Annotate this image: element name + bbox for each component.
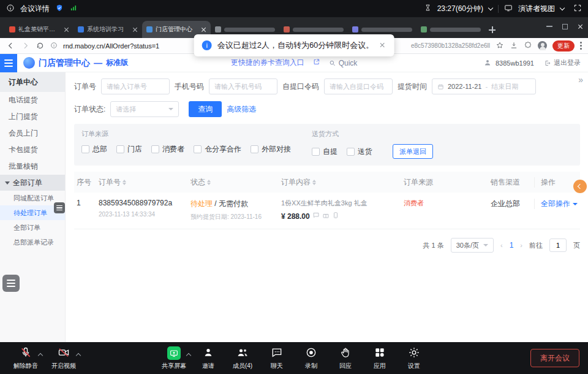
share-screen-button[interactable]: 共享屏幕 xyxy=(157,346,191,370)
phone-input[interactable] xyxy=(209,78,277,94)
maximize-icon[interactable] xyxy=(562,24,568,29)
search-button[interactable]: 查询 xyxy=(189,101,222,117)
sort-icon[interactable] xyxy=(312,180,316,185)
record-icon xyxy=(305,346,317,360)
date-range-picker[interactable]: 2022-11-21 - 结束日期 xyxy=(432,78,536,94)
mute-button[interactable]: 解除静音 xyxy=(9,346,43,370)
browser-tab[interactable]: 系统培训学习 xyxy=(74,21,142,38)
external-link-icon[interactable] xyxy=(313,58,320,67)
current-page[interactable]: 1 xyxy=(510,241,514,250)
checkbox-delivery[interactable]: 送货 xyxy=(347,147,372,157)
quick-search[interactable]: Quick xyxy=(329,59,358,67)
checkbox-store[interactable]: 门店 xyxy=(116,144,142,155)
sidebar-item-card-pickup[interactable]: 卡包提货 xyxy=(0,142,65,158)
browser-profile-avatar[interactable] xyxy=(538,41,547,50)
video-button[interactable]: 开启视频 xyxy=(47,346,81,370)
sidebar-item-hq-dispatch-records[interactable]: 总部派单记录 xyxy=(0,235,65,250)
camera-options-chevron-icon[interactable] xyxy=(76,353,81,357)
bookmark-star-icon[interactable] xyxy=(496,41,504,51)
col-content[interactable]: 订单内容 xyxy=(279,177,401,188)
dispatch-return-button[interactable]: 派单退回 xyxy=(393,144,433,159)
gift-icon[interactable] xyxy=(322,212,330,221)
settings-button[interactable]: 设置 xyxy=(397,346,431,370)
sidebar-item-door-pickup[interactable]: 上门提货 xyxy=(0,109,65,125)
sort-icon[interactable] xyxy=(123,180,126,185)
prev-page-icon[interactable]: ‹ xyxy=(500,242,503,249)
all-actions-dropdown[interactable]: 全部操作 xyxy=(534,199,579,209)
order-no-input[interactable] xyxy=(101,78,170,94)
checkbox-icon[interactable] xyxy=(151,145,159,153)
sidebar-group-all-orders[interactable]: 全部订单 xyxy=(0,175,65,191)
collapse-chevrons-icon[interactable]: » xyxy=(578,75,582,85)
panel-expand-handle[interactable] xyxy=(573,180,587,193)
checkbox-icon[interactable] xyxy=(194,145,202,153)
advanced-filter-link[interactable]: 高级筛选 xyxy=(227,104,256,115)
checkbox-hq[interactable]: 总部 xyxy=(81,144,107,155)
meeting-details-button[interactable]: 会议详情 xyxy=(20,4,50,14)
record-button[interactable]: 录制 xyxy=(294,346,328,370)
logout-button[interactable]: 退出登录 xyxy=(544,58,581,67)
code-input[interactable] xyxy=(324,78,393,94)
status-select[interactable]: 请选择 xyxy=(110,101,179,117)
checkbox-warehouse-coop[interactable]: 仓分享合作 xyxy=(194,144,241,155)
sidebar-item-phone-pickup[interactable]: 电话提货 xyxy=(0,92,65,109)
sidebar-item-member-visit[interactable]: 会员上门 xyxy=(0,125,65,142)
coupon-query-link[interactable]: 更快捷的券卡查询入口 xyxy=(231,58,304,68)
browser-menu-icon[interactable] xyxy=(580,42,582,50)
checkbox-icon[interactable] xyxy=(312,148,320,156)
share-options-chevron-icon[interactable] xyxy=(186,353,191,357)
browser-tab[interactable] xyxy=(417,21,485,38)
hamburger-menu-icon[interactable] xyxy=(0,54,17,72)
back-icon[interactable] xyxy=(6,41,15,50)
invite-button[interactable]: 邀请 xyxy=(191,346,225,370)
apps-button[interactable]: 应用 xyxy=(363,346,397,370)
checkbox-self-pickup[interactable]: 自提 xyxy=(312,147,337,157)
order-no-value[interactable]: 83859345088979792a xyxy=(99,199,188,207)
next-page-icon[interactable]: › xyxy=(520,242,522,249)
browser-tab[interactable]: 礼盒菜销平台管理中心 xyxy=(5,21,74,38)
forward-icon[interactable] xyxy=(21,41,30,50)
tab-close-icon[interactable] xyxy=(64,27,69,32)
reaction-button[interactable]: 回应 xyxy=(328,346,363,370)
tab-close-icon[interactable] xyxy=(132,27,138,32)
toast-close-icon[interactable] xyxy=(379,42,386,49)
phone-icon[interactable] xyxy=(332,212,339,221)
col-order-no[interactable]: 订单号 xyxy=(96,177,188,188)
mini-menu-icon[interactable] xyxy=(54,202,65,213)
sidebar-item-all-orders[interactable]: 全部订单 xyxy=(0,220,65,235)
extensions-puzzle-icon[interactable] xyxy=(524,41,532,51)
goto-page-input[interactable] xyxy=(549,239,567,252)
tab-close-icon[interactable] xyxy=(201,27,206,32)
browser-update-button[interactable]: 更新 xyxy=(552,40,575,52)
download-icon[interactable] xyxy=(510,41,518,51)
chat-button[interactable]: 聊天 xyxy=(260,346,294,370)
url-text[interactable]: rnd.maboy.cn/AllOrder?status=1 xyxy=(63,42,159,50)
remark-icon[interactable] xyxy=(312,212,320,221)
view-dropdown-icon[interactable] xyxy=(560,5,565,10)
members-button[interactable]: 成员(4) xyxy=(225,346,260,370)
sort-icon[interactable] xyxy=(207,180,211,185)
username[interactable]: 8385wb1991 xyxy=(496,59,534,67)
view-mode-button[interactable]: 演讲者视图 xyxy=(518,4,555,14)
close-window-icon[interactable] xyxy=(578,24,583,29)
site-info-icon[interactable] xyxy=(50,42,58,50)
checkbox-consumer[interactable]: 消费者 xyxy=(151,144,184,155)
leave-meeting-button[interactable]: 离开会议 xyxy=(530,349,579,367)
col-status[interactable]: 状态 xyxy=(188,177,279,188)
page-size-select[interactable]: 30条/页 xyxy=(451,238,494,253)
checkbox-icon[interactable] xyxy=(347,148,355,156)
minimize-icon[interactable] xyxy=(546,26,552,27)
checkbox-icon[interactable] xyxy=(251,145,258,153)
timer-dropdown-icon[interactable] xyxy=(488,5,493,10)
fullscreen-icon[interactable] xyxy=(573,4,582,14)
checkbox-icon[interactable] xyxy=(81,145,89,153)
mic-options-chevron-icon[interactable] xyxy=(38,353,43,357)
list-panel-toggle[interactable] xyxy=(2,275,20,292)
checkbox-icon[interactable] xyxy=(116,145,124,153)
checkbox-external[interactable]: 外部对接 xyxy=(251,144,291,155)
date-start-value[interactable]: 2022-11-21 xyxy=(448,83,481,90)
sidebar-item-batch-verify[interactable]: 批量核销 xyxy=(0,158,65,175)
reload-icon[interactable] xyxy=(36,41,45,50)
date-end-placeholder[interactable]: 结束日期 xyxy=(491,82,518,91)
new-tab-button[interactable] xyxy=(489,26,496,33)
